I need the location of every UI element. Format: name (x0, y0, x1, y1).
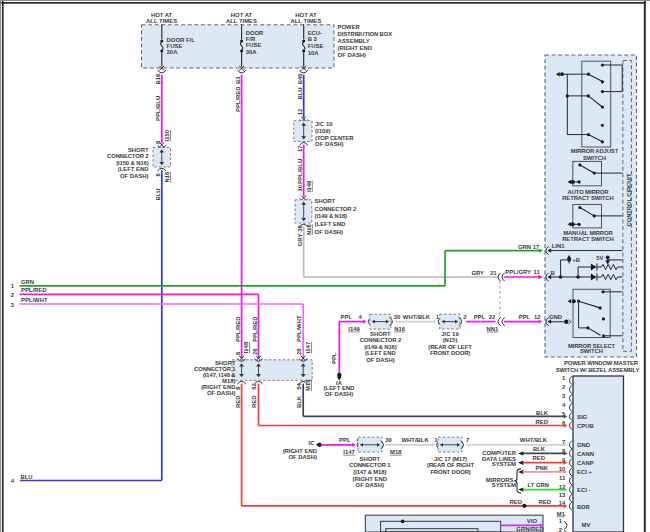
svg-text:GRY: GRY (297, 234, 303, 247)
svg-text:(I149 & N16): (I149 & N16) (315, 213, 347, 219)
svg-text:B: B (551, 270, 555, 276)
svg-text:PPL: PPL (331, 352, 337, 364)
svg-text:PPL/RED: PPL/RED (252, 316, 258, 342)
svg-text:B45: B45 (297, 73, 303, 85)
svg-text:(I149 & N16): (I149 & N16) (364, 344, 396, 350)
svg-text:(RIGHT END: (RIGHT END (353, 476, 387, 482)
svg-text:DOOR F/L: DOOR F/L (167, 37, 196, 43)
svg-text:GRN: GRN (518, 244, 531, 250)
svg-text:RED: RED (536, 419, 548, 425)
svg-text:I150: I150 (164, 129, 170, 141)
svg-text:PPL/GRY: PPL/GRY (505, 269, 531, 275)
svg-text:(REAR OF LEFT: (REAR OF LEFT (428, 344, 472, 350)
svg-text:FRONT DOOR): FRONT DOOR) (430, 469, 470, 475)
svg-text:11: 11 (533, 269, 540, 275)
svg-text:DISTRIBUTION BOX: DISTRIBUTION BOX (338, 31, 393, 37)
svg-text:54: 54 (296, 383, 302, 390)
svg-text:PPL/RED: PPL/RED (235, 86, 241, 112)
svg-text:CANP: CANP (577, 460, 594, 466)
svg-text:M18: M18 (305, 379, 311, 391)
svg-text:(REAR OF RIGHT: (REAR OF RIGHT (427, 462, 474, 468)
svg-text:DOOR: DOOR (246, 30, 264, 36)
svg-text:FUSE: FUSE (246, 42, 262, 48)
svg-text:12: 12 (534, 314, 541, 320)
svg-text:PPL/BLU: PPL/BLU (155, 96, 161, 121)
svg-text:J/C 10: J/C 10 (315, 121, 333, 127)
svg-text:WHT/BLK: WHT/BLK (403, 314, 431, 320)
svg-text:(TOP CENTER: (TOP CENTER (315, 135, 354, 141)
svg-text:(LEFT END: (LEFT END (365, 350, 396, 356)
svg-text:OF DASH): OF DASH) (289, 454, 318, 460)
svg-text:CONNECTOR 2: CONNECTOR 2 (360, 337, 402, 343)
svg-text:52: 52 (251, 383, 257, 390)
svg-text:SYSTEM: SYSTEM (492, 482, 516, 488)
svg-text:5V: 5V (596, 255, 603, 261)
svg-text:22: 22 (489, 314, 496, 320)
svg-text:OF DASH): OF DASH) (315, 141, 344, 147)
svg-text:F/R: F/R (246, 36, 256, 42)
svg-text:36: 36 (297, 225, 303, 232)
svg-text:OF DASH): OF DASH) (338, 52, 367, 58)
svg-text:30A: 30A (167, 49, 179, 55)
svg-text:OF DASH): OF DASH) (120, 173, 149, 179)
svg-text:(I109): (I109) (315, 128, 330, 134)
svg-text:PPL: PPL (339, 437, 351, 443)
svg-text:MANUAL MIRROR: MANUAL MIRROR (563, 230, 613, 236)
svg-text:GRY: GRY (471, 270, 484, 276)
svg-text:(I147 & M18): (I147 & M18) (353, 469, 386, 475)
svg-text:PPL/RED: PPL/RED (21, 287, 47, 293)
svg-text:SHORT: SHORT (128, 147, 149, 153)
svg-text:POWER: POWER (338, 24, 361, 30)
svg-text:BLK: BLK (533, 446, 546, 452)
svg-text:CONTROL CIRCUIT: CONTROL CIRCUIT (626, 173, 632, 226)
svg-text:B 3: B 3 (308, 36, 318, 42)
svg-text:WHT/BLK: WHT/BLK (520, 437, 548, 443)
svg-text:BLK: BLK (536, 410, 549, 416)
svg-text:(RIGHT END: (RIGHT END (338, 45, 372, 51)
svg-text:28: 28 (296, 348, 302, 355)
svg-text:PPL: PPL (519, 314, 531, 320)
svg-text:21: 21 (490, 270, 497, 276)
svg-text:10A: 10A (308, 50, 320, 56)
svg-text:VIO: VIO (527, 518, 538, 524)
svg-text:PPL/RED: PPL/RED (235, 316, 241, 342)
svg-text:ALL TIMES: ALL TIMES (226, 18, 257, 24)
svg-text:(RIGHT END: (RIGHT END (283, 448, 317, 454)
svg-text:MIRROR ADJUST: MIRROR ADJUST (571, 148, 619, 154)
svg-text:OF DASH): OF DASH) (366, 357, 395, 363)
svg-text:FUSE: FUSE (308, 43, 324, 49)
svg-text:CPUB: CPUB (577, 423, 594, 429)
svg-text:(N15): (N15) (443, 337, 458, 343)
svg-text:OF DASH): OF DASH) (325, 391, 354, 397)
svg-text:SYSTEM: SYSTEM (492, 461, 516, 467)
svg-text:PNK: PNK (536, 465, 549, 471)
svg-text:PPL: PPL (474, 314, 486, 320)
svg-text:M1: M1 (557, 511, 566, 517)
svg-text:RED: RED (251, 396, 257, 408)
svg-text:SHORT: SHORT (315, 198, 336, 204)
svg-text:N16: N16 (306, 223, 312, 235)
svg-text:17: 17 (297, 145, 303, 152)
svg-text:(LEFT END: (LEFT END (315, 221, 346, 227)
svg-text:CONNECTOR 1: CONNECTOR 1 (349, 462, 391, 468)
svg-text:PPL: PPL (341, 314, 353, 320)
svg-text:I147: I147 (343, 449, 355, 455)
svg-text:SWITCH: SWITCH (583, 155, 606, 161)
svg-text:M18: M18 (390, 449, 402, 455)
svg-text:OF DASH): OF DASH) (207, 390, 236, 396)
svg-text:LIN1: LIN1 (552, 243, 565, 249)
svg-text:SWITCH: SWITCH (580, 348, 603, 354)
svg-text:SHORT: SHORT (370, 331, 391, 337)
svg-text:N16: N16 (164, 171, 170, 183)
svg-text:I149: I149 (348, 326, 360, 332)
svg-text:13: 13 (559, 492, 566, 498)
svg-text:SIG: SIG (577, 414, 588, 420)
svg-text:ALL TIMES: ALL TIMES (146, 18, 177, 24)
svg-text:WHT/BLK: WHT/BLK (402, 437, 430, 443)
svg-text:I148: I148 (243, 341, 249, 353)
svg-text:OF DASH): OF DASH) (356, 482, 385, 488)
svg-text:17: 17 (533, 244, 540, 250)
svg-text:ALL TIMES: ALL TIMES (291, 18, 322, 24)
svg-text:I147: I147 (305, 341, 311, 353)
svg-text:I149: I149 (306, 180, 312, 192)
